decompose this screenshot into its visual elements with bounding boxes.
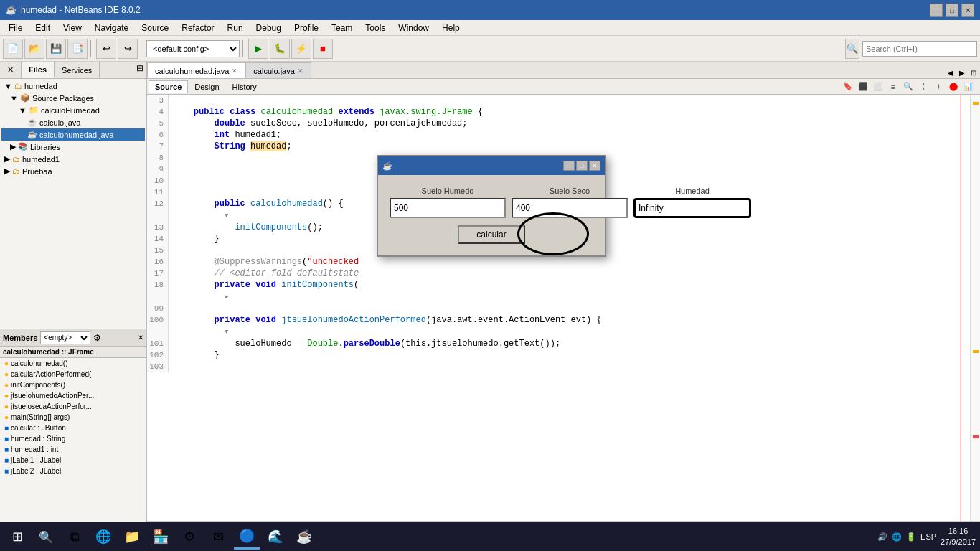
toolbar-btn-3[interactable]: ⬜ — [871, 80, 885, 93]
edge-button[interactable]: 🌊 — [263, 524, 288, 550]
tree-item-libraries[interactable]: ▶ 📚 Libraries — [1, 141, 145, 153]
undo-button[interactable]: ↩ — [96, 39, 116, 59]
menu-debug[interactable]: Debug — [250, 22, 287, 34]
tree-item-calculohumedad-java[interactable]: ☕ calculohumedad.java — [1, 128, 145, 141]
store-button[interactable]: 🏪 — [148, 524, 174, 550]
tree-item-humedad[interactable]: ▼ 🗂 humedad — [1, 80, 145, 92]
tab-calculo-close[interactable]: ✕ — [298, 67, 303, 75]
ie-button[interactable]: 🌐 — [90, 524, 116, 550]
maximize-button[interactable]: □ — [946, 4, 958, 17]
stop-button[interactable]: ■ — [313, 39, 333, 59]
open-file-button[interactable]: 📂 — [24, 39, 44, 59]
window-controls[interactable]: – □ ✕ — [930, 4, 974, 17]
tab-nav-right[interactable]: ▶ — [957, 69, 967, 77]
taskbar-volume-icon[interactable]: 🔊 — [877, 532, 887, 542]
calcular-button[interactable]: calcular — [458, 225, 524, 244]
menu-team[interactable]: Team — [326, 22, 358, 34]
member-item[interactable]: ● initComponents() — [0, 380, 146, 390]
close-button[interactable]: ✕ — [961, 4, 974, 17]
source-view-tab-history[interactable]: History — [226, 80, 263, 93]
panel-expand-btn[interactable]: ⊟ — [133, 62, 146, 78]
task-view-button[interactable]: ⧉ — [62, 524, 88, 550]
source-view-tab-source[interactable]: Source — [149, 80, 188, 93]
toolbar-btn-7[interactable]: ⟩ — [931, 80, 946, 93]
menu-edit[interactable]: Edit — [29, 22, 56, 34]
toolbar-btn-6[interactable]: ⟨ — [916, 80, 930, 93]
dialog-maximize-btn[interactable]: □ — [576, 161, 588, 171]
tab-services[interactable]: Services — [55, 62, 100, 78]
member-item[interactable]: ● jtsuelosecaActionPerfor... — [0, 401, 146, 412]
toolbar-btn-chart[interactable]: 📊 — [961, 80, 976, 93]
tab-expand-btn[interactable]: ⊡ — [969, 69, 979, 77]
menu-profile[interactable]: Profile — [288, 22, 324, 34]
tab-calculo[interactable]: calculo.java ✕ — [245, 62, 311, 78]
menu-tools[interactable]: Tools — [359, 22, 391, 34]
chrome-button[interactable]: 🔵 — [234, 524, 260, 550]
debug-project-button[interactable]: 🐛 — [270, 39, 290, 59]
member-item[interactable]: ● jtsuelohumedoActionPer... — [0, 390, 146, 401]
menu-run[interactable]: Run — [222, 22, 249, 34]
start-button[interactable]: ⊞ — [4, 524, 30, 550]
menu-help[interactable]: Help — [436, 22, 466, 34]
dialog-window-controls[interactable]: – □ ✕ — [563, 161, 600, 171]
suelo-humedo-input[interactable] — [390, 198, 506, 218]
mail-button[interactable]: ✉ — [205, 524, 231, 550]
member-item[interactable]: ● calculohumedad() — [0, 358, 146, 369]
member-item[interactable]: ■ jLabel1 : JLabel — [0, 455, 146, 466]
dialog-close-btn[interactable]: ✕ — [589, 161, 600, 171]
tab-files[interactable]: Files — [22, 62, 55, 78]
members-filter-dropdown[interactable]: <empty> — [40, 331, 90, 344]
member-item[interactable]: ■ jLabel2 : JLabel — [0, 466, 146, 476]
settings-button[interactable]: ⚙ — [176, 524, 202, 550]
search-icon[interactable]: 🔍 — [845, 39, 859, 59]
member-item[interactable]: ● main(String[] args) — [0, 412, 146, 423]
menu-refactor[interactable]: Refactor — [176, 22, 220, 34]
suelo-seco-input[interactable] — [512, 198, 628, 218]
menu-view[interactable]: View — [57, 22, 88, 34]
member-item[interactable]: ● calcularActionPerformed( — [0, 369, 146, 380]
tab-nav-left[interactable]: ◀ — [946, 69, 956, 77]
source-view-tab-design[interactable]: Design — [188, 80, 225, 93]
save-all-button[interactable]: 📑 — [67, 39, 88, 59]
members-close-btn[interactable]: ✕ — [138, 334, 143, 342]
redo-button[interactable]: ↪ — [118, 39, 138, 59]
panel-close-btn[interactable]: ✕ — [0, 62, 22, 78]
menu-source[interactable]: Source — [136, 22, 174, 34]
tree-item-humedad1[interactable]: ▶ 🗂 humedad1 — [1, 153, 145, 165]
title-bar: ☕ humedad - NetBeans IDE 8.0.2 – □ ✕ — [0, 0, 980, 20]
tree-item-calc-humedad[interactable]: ▼ 📁 calculoHumedad — [1, 104, 145, 116]
file-explorer-button[interactable]: 📁 — [119, 524, 145, 550]
search-input[interactable] — [862, 41, 977, 57]
minimize-button[interactable]: – — [930, 4, 943, 17]
tab-calculohumedad-close[interactable]: ✕ — [232, 67, 237, 75]
toolbar-btn-4[interactable]: ≡ — [886, 80, 900, 93]
tree-item-calculo-java[interactable]: ☕ calculo.java — [1, 116, 145, 128]
menu-navigate[interactable]: Navigate — [89, 22, 134, 34]
member-item[interactable]: ■ humedad1 : int — [0, 444, 146, 455]
toolbar-btn-5[interactable]: 🔍 — [901, 80, 915, 93]
dialog-minimize-btn[interactable]: – — [563, 161, 575, 171]
menu-window[interactable]: Window — [392, 22, 435, 34]
menu-file[interactable]: File — [3, 22, 28, 34]
toolbar-btn-2[interactable]: ⬛ — [856, 80, 870, 93]
profile-project-button[interactable]: ⚡ — [291, 39, 311, 59]
toolbar-btn-1[interactable]: 🔖 — [841, 80, 855, 93]
java-button[interactable]: ☕ — [291, 524, 317, 550]
tree-calc-humedad-label: calculoHumedad — [41, 106, 100, 115]
toolbar-btn-stop[interactable]: ⬤ — [946, 80, 961, 93]
members-settings-btn[interactable]: ⚙ — [93, 333, 101, 343]
search-button[interactable]: 🔍 — [33, 524, 59, 550]
new-file-button[interactable]: 📄 — [3, 39, 23, 59]
tab-calculohumedad[interactable]: calculohumedad.java ✕ — [147, 62, 245, 78]
swing-dialog: ☕ – □ ✕ Suelo Humedo — [377, 155, 606, 257]
config-dropdown[interactable]: <default config> — [146, 40, 240, 57]
member-item[interactable]: ■ calcular : JButton — [0, 423, 146, 433]
taskbar-network-icon[interactable]: 🌐 — [892, 532, 902, 542]
humedad-input[interactable] — [633, 198, 751, 218]
tree-item-source-packages[interactable]: ▼ 📦 Source Packages — [1, 92, 145, 104]
tree-item-pruebaa[interactable]: ▶ 🗂 Pruebaa — [1, 165, 145, 177]
member-item[interactable]: ■ humedad : String — [0, 433, 146, 444]
run-project-button[interactable]: ▶ — [248, 39, 268, 59]
save-button[interactable]: 💾 — [46, 39, 66, 59]
members-header: Members <empty> ⚙ ✕ — [0, 329, 146, 347]
